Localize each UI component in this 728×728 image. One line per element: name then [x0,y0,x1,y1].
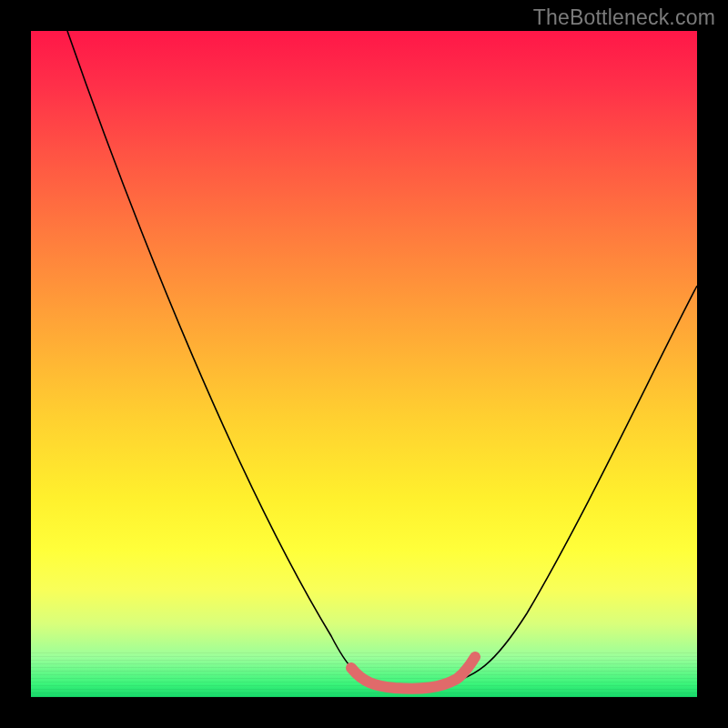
curve-minimum-highlight [351,657,475,689]
watermark-text: TheBottleneck.com [533,5,715,30]
curve-right-branch [442,286,697,684]
bottleneck-curve [31,31,697,697]
curve-left-branch [67,31,379,684]
chart-plot-area [31,31,697,697]
